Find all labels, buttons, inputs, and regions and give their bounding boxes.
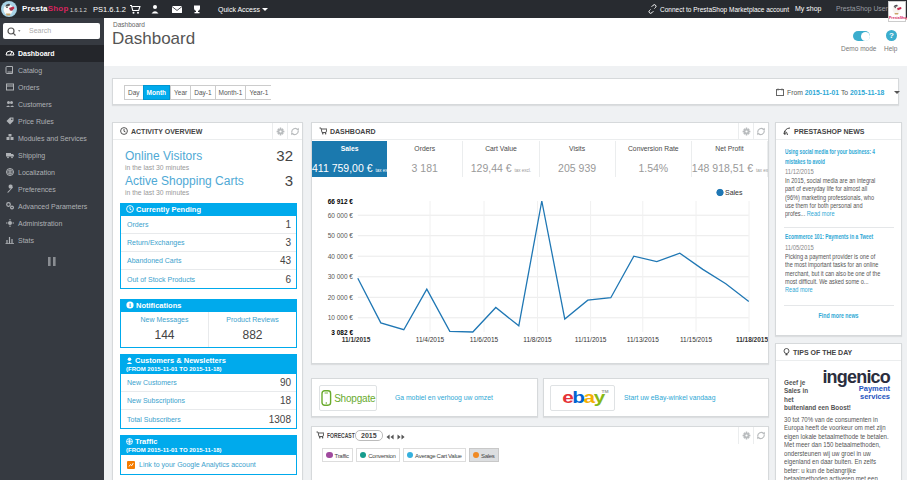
svg-text:Sales: Sales [725, 189, 743, 196]
svg-text:11/1/2015: 11/1/2015 [342, 336, 371, 343]
svg-text:40 000 €: 40 000 € [328, 253, 354, 260]
svg-text:30 000 €: 30 000 € [328, 273, 354, 280]
svg-text:50 000 €: 50 000 € [328, 232, 354, 239]
svg-text:11/15/2015: 11/15/2015 [680, 336, 712, 343]
svg-text:11/4/2015: 11/4/2015 [416, 336, 445, 343]
svg-text:3 082 €: 3 082 € [331, 329, 353, 336]
svg-text:60 000 €: 60 000 € [328, 212, 354, 219]
svg-text:11/11/2015: 11/11/2015 [575, 336, 607, 343]
svg-text:66 912 €: 66 912 € [328, 198, 354, 205]
svg-text:i: i [129, 301, 131, 308]
svg-text:11/18/2015: 11/18/2015 [736, 336, 768, 343]
svg-text:11/13/2015: 11/13/2015 [627, 336, 659, 343]
svg-text:11/6/2015: 11/6/2015 [470, 336, 499, 343]
svg-text:11/8/2015: 11/8/2015 [523, 336, 552, 343]
svg-text:10 000 €: 10 000 € [328, 314, 354, 321]
svg-text:20 000 €: 20 000 € [328, 294, 354, 301]
